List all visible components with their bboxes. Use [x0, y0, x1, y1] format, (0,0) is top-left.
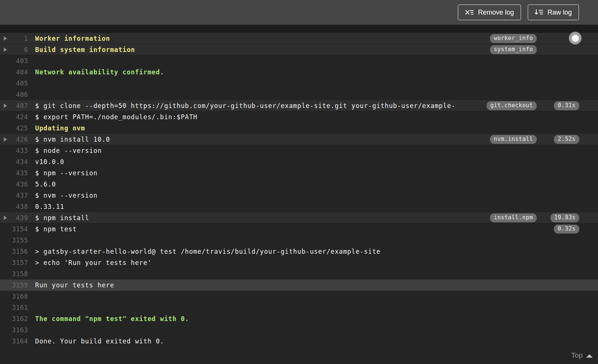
- line-number[interactable]: 434: [9, 158, 28, 166]
- line-number[interactable]: 435: [9, 169, 28, 177]
- fold-arrow-triangle: [4, 137, 7, 142]
- line-number[interactable]: 3161: [9, 304, 28, 311]
- log-row: 435$ npm --version: [0, 167, 598, 179]
- line-number[interactable]: 433: [9, 147, 28, 154]
- log-line-text: $ npm install: [35, 214, 486, 222]
- log-line-text: Done. Your build exited with 0.: [35, 337, 486, 345]
- line-number[interactable]: 3155: [9, 237, 28, 244]
- log-line-text: Run your tests here: [35, 281, 591, 289]
- log-row: 406: [0, 89, 598, 100]
- log-toolbar: Remove log Raw log: [0, 0, 598, 25]
- line-number[interactable]: 436: [9, 181, 28, 188]
- log-row[interactable]: 1Worker informationworker_info: [0, 33, 598, 44]
- log-row: 404Network availability confirmed.: [0, 67, 598, 78]
- line-number[interactable]: 3160: [9, 293, 28, 300]
- log-line-text: $ nvm install 10.0: [35, 136, 486, 143]
- fold-arrow-icon[interactable]: [0, 216, 9, 220]
- log-line-text: > echo 'Run your tests here': [35, 259, 486, 266]
- log-row: 405: [0, 78, 598, 89]
- line-number[interactable]: 407: [9, 102, 28, 109]
- line-number[interactable]: 3154: [9, 225, 28, 233]
- log-row[interactable]: 6Build system informationsystem_info: [0, 44, 598, 55]
- fold-arrow-icon[interactable]: [0, 137, 9, 142]
- line-number[interactable]: 3164: [9, 337, 28, 345]
- fold-arrow-triangle: [4, 104, 7, 108]
- log-line-text: 5.6.0: [35, 181, 486, 188]
- line-number[interactable]: 404: [9, 68, 28, 76]
- log-row[interactable]: 407$ git clone --depth=50 https://github…: [0, 100, 598, 111]
- line-number[interactable]: 406: [9, 91, 28, 98]
- log-row: 3159Run your tests here: [0, 280, 598, 291]
- log-row: 3158: [0, 268, 598, 280]
- line-number[interactable]: 3163: [9, 326, 28, 334]
- fold-name-badge: nvm.install: [490, 135, 537, 144]
- line-number[interactable]: 3159: [9, 281, 28, 289]
- log-line-text: $ node --version: [35, 147, 486, 154]
- duration-badge: 19.83s: [551, 213, 579, 222]
- log-row[interactable]: 426$ nvm install 10.0nvm.install2.52s: [0, 134, 598, 145]
- raw-log-button[interactable]: Raw log: [528, 4, 579, 20]
- line-number[interactable]: 424: [9, 113, 28, 121]
- log-row: 3154$ npm test0.32s: [0, 223, 598, 235]
- log-view: 1Worker informationworker_info6Build sys…: [0, 33, 598, 364]
- log-line-text: $ export PATH=./node_modules/.bin:$PATH: [35, 113, 486, 121]
- line-number[interactable]: 1: [9, 35, 28, 42]
- log-row: 3156> gatsby-starter-hello-world@ test /…: [0, 246, 598, 257]
- remove-log-button[interactable]: Remove log: [458, 4, 521, 20]
- line-number[interactable]: 426: [9, 136, 28, 143]
- fold-arrow-icon[interactable]: [0, 47, 9, 52]
- scroll-top-arrow-icon: [586, 354, 593, 358]
- raw-log-icon: [535, 9, 543, 16]
- log-line-text: Build system information: [35, 46, 486, 53]
- duration-badge: 2.52s: [554, 135, 579, 144]
- log-row: 3157> echo 'Run your tests here': [0, 257, 598, 268]
- line-number[interactable]: 3157: [9, 259, 28, 266]
- log-line-text: 0.33.11: [35, 203, 486, 210]
- line-number[interactable]: 439: [9, 214, 28, 222]
- log-row[interactable]: 439$ npm installinstall.npm19.83s: [0, 212, 598, 223]
- log-row: 424$ export PATH=./node_modules/.bin:$PA…: [0, 111, 598, 123]
- fold-name-badge: install.npm: [490, 213, 537, 222]
- log-row: 437$ nvm --version: [0, 190, 598, 201]
- remove-log-icon: [465, 9, 474, 16]
- log-rows: 1Worker informationworker_info6Build sys…: [0, 33, 598, 347]
- line-number[interactable]: 3156: [9, 248, 28, 255]
- fold-arrow-icon[interactable]: [0, 36, 9, 41]
- log-footer: Top: [0, 347, 598, 364]
- line-number[interactable]: 403: [9, 57, 28, 65]
- log-row: 433$ node --version: [0, 145, 598, 156]
- line-number[interactable]: 3158: [9, 270, 28, 278]
- line-number[interactable]: 425: [9, 124, 28, 132]
- log-line-text: Worker information: [35, 35, 486, 42]
- log-row: 3162The command "npm test" exited with 0…: [0, 313, 598, 324]
- log-row: 3163: [0, 324, 598, 336]
- log-row: 434v10.0.0: [0, 156, 598, 167]
- log-row: 3155: [0, 235, 598, 246]
- log-row: 403: [0, 55, 598, 67]
- log-line-text: $ git clone --depth=50 https://github.co…: [35, 102, 486, 109]
- fold-name-badge: worker_info: [490, 34, 537, 43]
- raw-log-label: Raw log: [548, 9, 572, 16]
- log-line-text: v10.0.0: [35, 158, 486, 166]
- log-line-text: Network availability confirmed.: [35, 68, 486, 76]
- scroll-to-top-link[interactable]: Top: [571, 351, 593, 360]
- log-line-text: > gatsby-starter-hello-world@ test /home…: [35, 248, 486, 255]
- line-number[interactable]: 405: [9, 80, 28, 87]
- line-number[interactable]: 3162: [9, 315, 28, 323]
- log-line-text: $ nvm --version: [35, 192, 486, 199]
- follow-log-toggle[interactable]: [569, 32, 582, 44]
- log-line-text: $ npm --version: [35, 169, 486, 177]
- follow-log-toggle-inner: [572, 35, 579, 42]
- fold-arrow-icon[interactable]: [0, 104, 9, 108]
- log-row: 425Updating nvm: [0, 123, 598, 134]
- fold-arrow-triangle: [4, 36, 7, 41]
- log-line-text: Updating nvm: [35, 124, 486, 132]
- line-number[interactable]: 437: [9, 192, 28, 199]
- log-line-text: $ npm test: [35, 225, 486, 233]
- scroll-top-label: Top: [571, 351, 583, 360]
- log-row: 4380.33.11: [0, 201, 598, 212]
- line-number[interactable]: 6: [9, 46, 28, 53]
- log-row: 3161: [0, 302, 598, 313]
- fold-name-badge: git.checkout: [487, 101, 537, 110]
- line-number[interactable]: 438: [9, 203, 28, 210]
